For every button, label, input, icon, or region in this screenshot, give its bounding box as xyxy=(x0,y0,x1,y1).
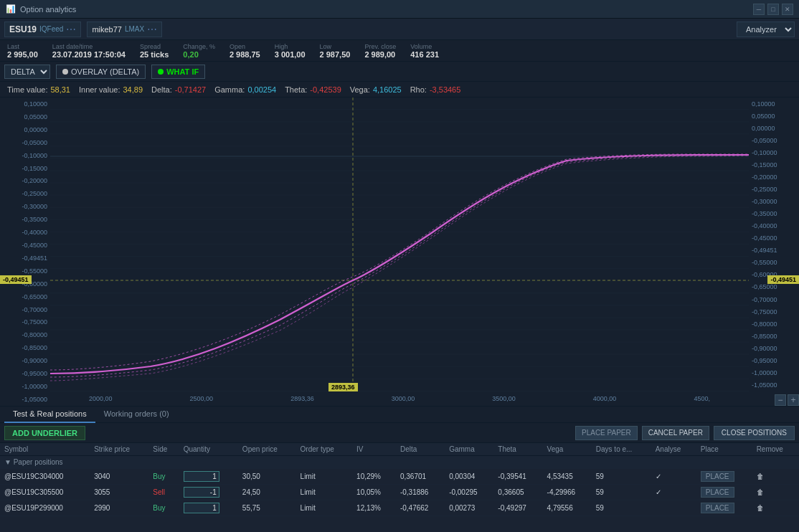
symbol-name: ESU19 xyxy=(9,24,37,34)
place-button[interactable]: PLACE xyxy=(701,471,734,482)
zoom-in-button[interactable]: + xyxy=(788,394,799,406)
left-axis-label: -0,30000 xyxy=(3,203,47,210)
vega-item: Vega: 4,16025 xyxy=(350,85,402,94)
right-axis-label: -0,20000 xyxy=(752,174,796,181)
positions-toolbar: ADD UNDERLIER PLACE PAPER CANCEL PAPER C… xyxy=(0,423,799,443)
remove-button[interactable]: 🗑 xyxy=(752,469,799,485)
minimize-button[interactable]: ─ xyxy=(753,4,765,15)
col-theta: Theta xyxy=(493,443,542,456)
x-axis-label: 4000,00 xyxy=(593,395,617,402)
close-positions-button[interactable]: CLOSE POSITIONS xyxy=(714,426,795,440)
table-cell: Sell xyxy=(148,485,179,500)
close-button[interactable]: ✕ xyxy=(782,4,793,15)
table-cell: Limit xyxy=(296,485,353,500)
maximize-button[interactable]: □ xyxy=(767,4,779,15)
table-row: @ESU19P2990002990Buy55,75Limit12,13%-0,4… xyxy=(0,500,799,516)
chart-x-axis: 2000,002500,002893,363000,003500,004000,… xyxy=(50,391,749,406)
chart-svg xyxy=(50,98,749,391)
stat-value: 2 989,00 xyxy=(364,50,396,59)
rho-value: -3,53465 xyxy=(430,85,460,94)
add-underlier-button[interactable]: ADD UNDERLIER xyxy=(4,426,85,440)
cancel-paper-button[interactable]: CANCEL PAPER xyxy=(642,426,709,440)
left-axis-label: -0,55000 xyxy=(3,267,47,275)
analyzer-select[interactable]: Analyzer xyxy=(737,22,795,37)
theta-value: -0,42539 xyxy=(310,85,341,94)
place-paper-button[interactable]: PLACE PAPER xyxy=(575,426,638,440)
quantity-input[interactable] xyxy=(184,487,219,498)
stat-label: Last date/time xyxy=(52,43,126,50)
whatif-dot xyxy=(158,69,164,75)
place-button[interactable]: PLACE xyxy=(701,487,734,498)
right-axis-label: -1,05000 xyxy=(752,381,796,389)
quantity-input[interactable] xyxy=(184,503,219,513)
remove-button[interactable]: 🗑 xyxy=(752,500,799,516)
crosshair-label-right: -0,49451 xyxy=(767,275,799,284)
group-name: Paper positions xyxy=(14,458,63,466)
inner-value-label: Inner value: xyxy=(79,85,120,94)
group-collapse-icon[interactable]: ▼ xyxy=(4,458,11,466)
delta-select[interactable]: DELTA xyxy=(4,65,50,79)
stat-value: 3 001,00 xyxy=(275,50,306,59)
stat-item: Low2 987,50 xyxy=(320,43,351,59)
place-button[interactable]: PLACE xyxy=(701,503,734,513)
group-header-paper: ▼ Paper positions xyxy=(0,456,799,469)
left-axis-label: -0,70000 xyxy=(3,306,47,313)
whatif-button[interactable]: WHAT IF xyxy=(151,65,205,79)
left-axis-label: 0,00000 xyxy=(3,126,47,133)
right-axis-label: -0,30000 xyxy=(752,198,796,205)
overlay-button[interactable]: OVERLAY (DELTA) xyxy=(56,65,146,79)
table-cell: 0,36605 xyxy=(493,485,542,500)
inner-value-value: 34,89 xyxy=(123,85,143,94)
col-delta: Delta xyxy=(396,443,445,456)
stats-bar: Last2 995,00Last date/time23.07.2019 17:… xyxy=(0,40,799,62)
x-axis-label: 3500,00 xyxy=(492,395,516,402)
left-axis-label: -1,05000 xyxy=(3,396,47,403)
x-axis-label: 3000,00 xyxy=(392,395,415,402)
stat-value: 25 ticks xyxy=(140,50,169,59)
analyse-check xyxy=(651,500,696,516)
stat-item: Volume416 231 xyxy=(410,43,439,59)
overlay-label: OVERLAY (DELTA) xyxy=(71,67,139,76)
left-axis-label: -0,90000 xyxy=(3,357,47,364)
table-cell: -0,39541 xyxy=(493,469,542,485)
bottom-tabs: Test & Real positions Working orders (0) xyxy=(0,406,799,423)
account-menu-button[interactable]: ⋯ xyxy=(147,24,157,34)
table-cell: Buy xyxy=(148,469,179,485)
stat-label: Prev. close xyxy=(364,43,396,50)
quantity-input[interactable] xyxy=(184,471,219,482)
stat-label: Low xyxy=(320,43,351,50)
stat-item: Change, %0,20 xyxy=(183,43,215,59)
table-cell: @ESU19C305500 xyxy=(0,485,90,500)
table-cell: -0,49297 xyxy=(493,500,542,516)
zoom-out-button[interactable]: − xyxy=(775,394,786,406)
remove-button[interactable]: 🗑 xyxy=(752,485,799,500)
symbol-feed: IQFeed xyxy=(39,25,63,33)
table-cell: 0,00273 xyxy=(445,500,493,516)
tab-working-orders[interactable]: Working orders (0) xyxy=(95,406,178,423)
col-gamma: Gamma xyxy=(445,443,493,456)
right-axis-label: 0,05000 xyxy=(752,113,796,120)
analyse-check: ✓ xyxy=(651,469,696,485)
col-iv: IV xyxy=(352,443,396,456)
table-cell: -0,31886 xyxy=(396,485,445,500)
table-body: ▼ Paper positions @ESU19C3040003040Buy30… xyxy=(0,456,799,516)
rho-item: Rho: -3,53465 xyxy=(410,85,461,94)
tab-test-real-positions[interactable]: Test & Real positions xyxy=(4,406,95,423)
table-cell: -0,00295 xyxy=(445,485,493,500)
account-exchange: LMAX xyxy=(125,25,144,33)
table-cell: Limit xyxy=(296,500,353,516)
stat-label: Last xyxy=(7,43,38,50)
table-cell: 4,79556 xyxy=(543,500,592,516)
x-axis-label: 2500,00 xyxy=(190,395,214,402)
chart-container: 0,100000,050000,00000-0,05000-0,10000-0,… xyxy=(0,98,799,406)
symbol-block: ESU19 IQFeed ⋯ xyxy=(4,22,81,37)
left-axis-label: -0,25000 xyxy=(3,190,47,197)
stat-value: 23.07.2019 17:50:04 xyxy=(52,50,126,59)
whatif-label: WHAT IF xyxy=(166,67,199,76)
col-order-type: Order type xyxy=(296,443,353,456)
greek-bar: Time value: 58,31 Inner value: 34,89 Del… xyxy=(0,82,799,98)
chart-right-axis: 0,100000,050000,00000-0,05000-0,10000-0,… xyxy=(749,98,799,391)
col-side: Side xyxy=(148,443,179,456)
symbol-menu-button[interactable]: ⋯ xyxy=(66,24,76,34)
time-value-value: 58,31 xyxy=(50,85,70,94)
